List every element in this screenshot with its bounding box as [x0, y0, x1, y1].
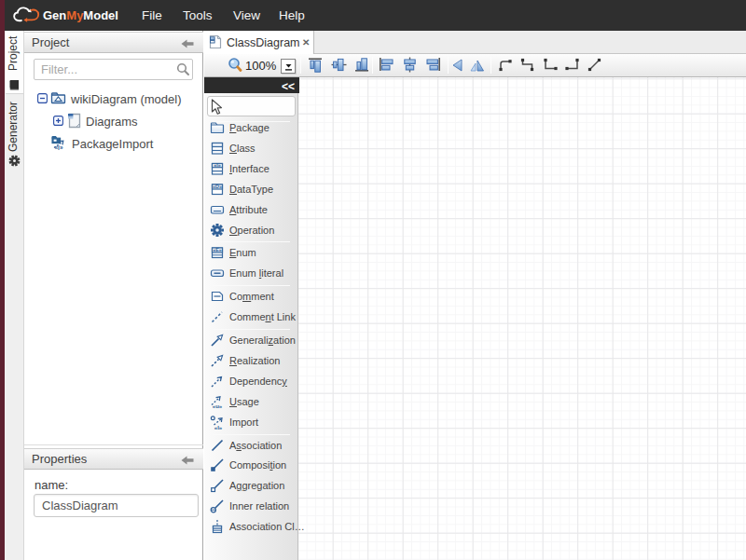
svg-text:«D»: «D» [213, 184, 222, 189]
svg-text:«I»: «I» [214, 162, 221, 168]
svg-text:«I»: «I» [214, 425, 223, 430]
svg-text:«I»: «I» [55, 144, 63, 151]
svg-text:«u»: «u» [213, 403, 223, 409]
svg-text:«E»: «E» [213, 247, 222, 253]
